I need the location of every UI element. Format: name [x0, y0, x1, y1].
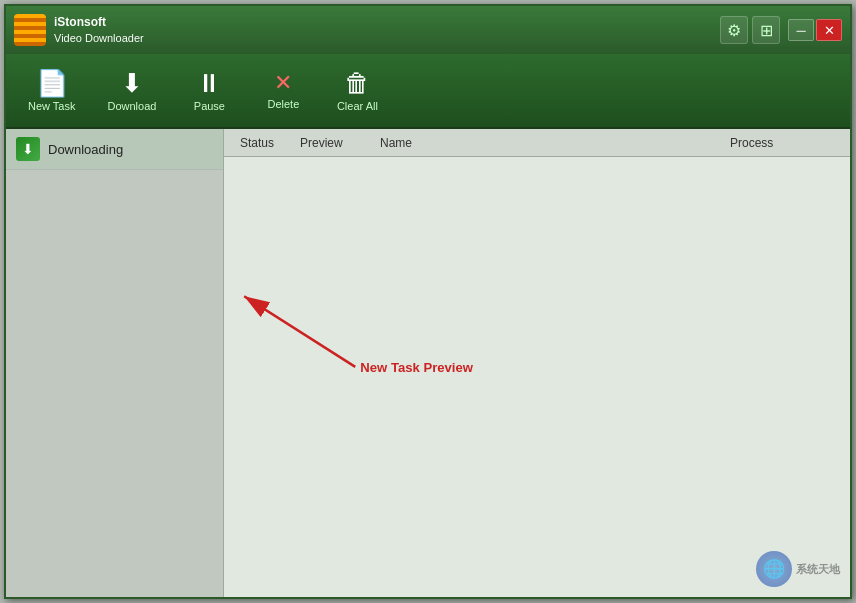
watermark-logo: 🌐: [756, 551, 792, 587]
pause-icon: ⏸: [196, 70, 222, 96]
watermark: 🌐 系统天地: [756, 551, 840, 587]
title-bar-icons: ⚙ ⊞: [720, 16, 780, 44]
pause-button[interactable]: ⏸ Pause: [174, 60, 244, 122]
sidebar: ⬇ Downloading: [6, 129, 224, 597]
downloading-icon: ⬇: [16, 137, 40, 161]
app-window: iStonsoft Video Downloader ⚙ ⊞ ─ ✕ 📄 New…: [4, 4, 852, 599]
table-body: New Task Preview 🌐 系统天地: [224, 157, 850, 597]
toolbar: 📄 New Task ⬇ Download ⏸ Pause ✕ Delete 🗑…: [6, 54, 850, 129]
arrow-annotation: New Task Preview: [224, 157, 850, 597]
app-title: iStonsoft Video Downloader: [54, 14, 144, 46]
title-bar: iStonsoft Video Downloader ⚙ ⊞ ─ ✕: [6, 6, 850, 54]
clear-all-icon: 🗑: [344, 70, 370, 96]
pause-label: Pause: [194, 100, 225, 112]
col-name-header: Name: [372, 136, 722, 150]
download-label: Download: [107, 100, 156, 112]
sidebar-item-downloading[interactable]: ⬇ Downloading: [6, 129, 223, 170]
col-process-header: Process: [722, 136, 842, 150]
delete-label: Delete: [268, 98, 300, 110]
clear-all-button[interactable]: 🗑 Clear All: [322, 60, 392, 122]
close-button[interactable]: ✕: [816, 19, 842, 41]
settings-icon[interactable]: ⚙: [720, 16, 748, 44]
new-task-button[interactable]: 📄 New Task: [14, 60, 89, 122]
delete-icon: ✕: [274, 72, 292, 94]
sidebar-item-label: Downloading: [48, 142, 123, 157]
clear-all-label: Clear All: [337, 100, 378, 112]
delete-button[interactable]: ✕ Delete: [248, 60, 318, 122]
minimize-button[interactable]: ─: [788, 19, 814, 41]
new-task-icon: 📄: [36, 70, 68, 96]
app-title-main: iStonsoft: [54, 14, 144, 31]
grid-icon[interactable]: ⊞: [752, 16, 780, 44]
download-button[interactable]: ⬇ Download: [93, 60, 170, 122]
content-area: ⬇ Downloading Status Preview Name Proces…: [6, 129, 850, 597]
svg-line-1: [244, 296, 355, 367]
col-status-header: Status: [232, 136, 292, 150]
download-icon: ⬇: [121, 70, 143, 96]
title-bar-left: iStonsoft Video Downloader: [14, 14, 720, 46]
col-preview-header: Preview: [292, 136, 372, 150]
app-title-sub: Video Downloader: [54, 31, 144, 46]
new-task-label: New Task: [28, 100, 75, 112]
main-panel: Status Preview Name Process New Task Pre: [224, 129, 850, 597]
window-controls: ─ ✕: [788, 19, 842, 41]
app-logo: [14, 14, 46, 46]
table-header: Status Preview Name Process: [224, 129, 850, 157]
watermark-text: 系统天地: [796, 562, 840, 577]
svg-text:New Task Preview: New Task Preview: [360, 360, 474, 375]
